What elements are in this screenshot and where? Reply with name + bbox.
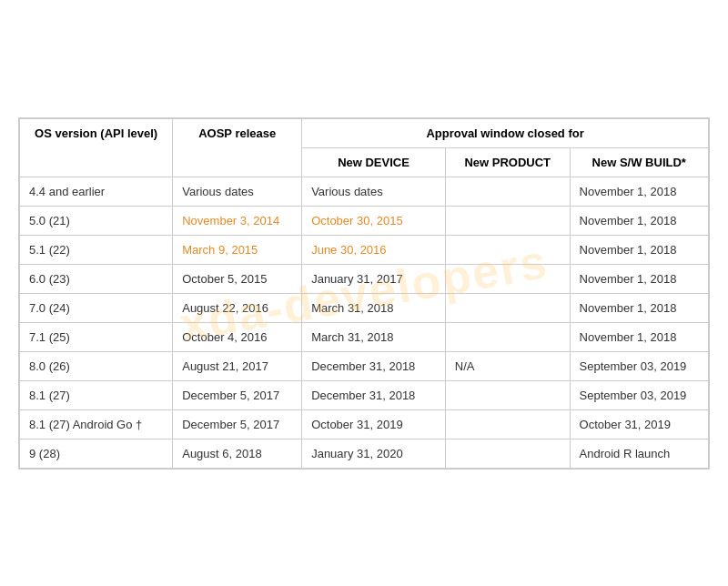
cell-2-3 [445,235,570,264]
cell-3-0: 6.0 (23) [20,264,173,293]
table-row: 9 (28)August 6, 2018January 31, 2020Andr… [20,439,709,468]
cell-6-0: 8.0 (26) [20,351,173,380]
cell-2-4: November 1, 2018 [570,235,708,264]
table-row: 5.0 (21)November 3, 2014October 30, 2015… [20,206,709,235]
cell-6-1: August 21, 2017 [173,351,302,380]
header-aosp: AOSP release [173,118,302,177]
table-row: 7.0 (24)August 22, 2016March 31, 2018Nov… [20,293,709,322]
cell-4-0: 7.0 (24) [20,293,173,322]
cell-5-0: 7.1 (25) [20,322,173,351]
cell-0-4: November 1, 2018 [570,177,708,206]
cell-5-2: March 31, 2018 [302,322,446,351]
cell-4-2: March 31, 2018 [302,293,446,322]
cell-3-3 [445,264,570,293]
cell-6-2: December 31, 2018 [302,351,446,380]
cell-4-4: November 1, 2018 [570,293,708,322]
cell-7-0: 8.1 (27) [20,380,173,409]
cell-3-2: January 31, 2017 [302,264,446,293]
cell-8-2: October 31, 2019 [302,409,446,439]
cell-3-4: November 1, 2018 [570,264,708,293]
cell-1-2: October 30, 2015 [302,206,446,235]
cell-1-1: November 3, 2014 [173,206,302,235]
table-row: 8.1 (27) Android Go †December 5, 2017Oct… [20,409,709,439]
cell-2-1: March 9, 2015 [173,235,302,264]
cell-8-3 [445,409,570,439]
header-main-row: OS version (API level) AOSP release Appr… [20,118,709,147]
header-product: New PRODUCT [445,147,570,177]
cell-9-0: 9 (28) [20,439,173,468]
cell-9-2: January 31, 2020 [302,439,446,468]
cell-4-1: August 22, 2016 [173,293,302,322]
cell-0-3 [445,177,570,206]
cell-9-1: August 6, 2018 [173,439,302,468]
table-row: 8.0 (26)August 21, 2017December 31, 2018… [20,351,709,380]
table-row: 6.0 (23)October 5, 2015January 31, 2017N… [20,264,709,293]
table-body: 4.4 and earlierVarious datesVarious date… [20,177,709,468]
table-row: 8.1 (27)December 5, 2017December 31, 201… [20,380,709,409]
cell-9-4: Android R launch [570,439,708,468]
cell-2-0: 5.1 (22) [20,235,173,264]
cell-0-0: 4.4 and earlier [20,177,173,206]
cell-5-4: November 1, 2018 [570,322,708,351]
cell-5-1: October 4, 2016 [173,322,302,351]
table-row: 5.1 (22)March 9, 2015June 30, 2016Novemb… [20,235,709,264]
cell-8-4: October 31, 2019 [570,409,708,439]
cell-4-3 [445,293,570,322]
cell-0-1: Various dates [173,177,302,206]
cell-7-1: December 5, 2017 [173,380,302,409]
cell-6-3: N/A [445,351,570,380]
main-table: OS version (API level) AOSP release Appr… [19,118,709,469]
cell-8-1: December 5, 2017 [173,409,302,439]
header-os: OS version (API level) [20,118,173,177]
cell-1-4: November 1, 2018 [570,206,708,235]
cell-5-3 [445,322,570,351]
table-row: 4.4 and earlierVarious datesVarious date… [20,177,709,206]
table-wrapper: xda-developers OS version (API level) AO… [18,117,710,470]
cell-7-2: December 31, 2018 [302,380,446,409]
cell-3-1: October 5, 2015 [173,264,302,293]
cell-1-0: 5.0 (21) [20,206,173,235]
header-approval: Approval window closed for [302,118,709,147]
cell-6-4: September 03, 2019 [570,351,708,380]
header-sw: New S/W BUILD* [570,147,708,177]
cell-7-3 [445,380,570,409]
table-row: 7.1 (25)October 4, 2016March 31, 2018Nov… [20,322,709,351]
header-device: New DEVICE [302,147,446,177]
cell-7-4: September 03, 2019 [570,380,708,409]
cell-9-3 [445,439,570,468]
cell-1-3 [445,206,570,235]
cell-2-2: June 30, 2016 [302,235,446,264]
cell-0-2: Various dates [302,177,446,206]
cell-8-0: 8.1 (27) Android Go † [20,409,173,439]
